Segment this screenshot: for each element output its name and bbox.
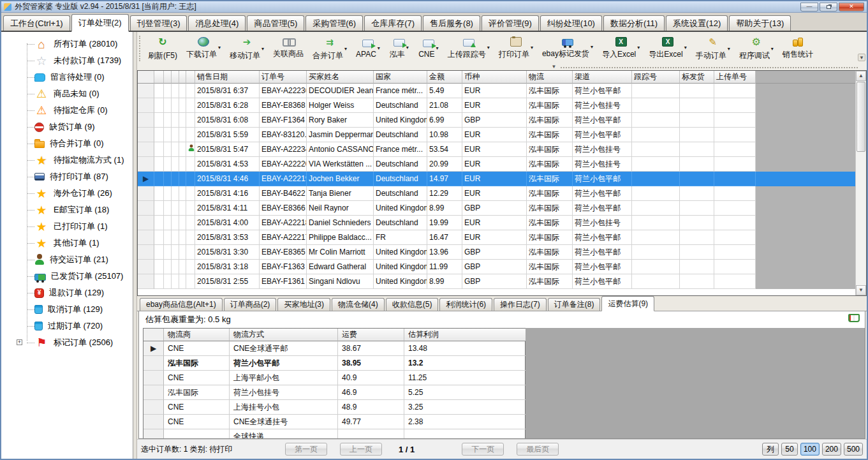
dropdown-arrow-icon[interactable]: ▾ (487, 45, 490, 50)
order-row[interactable]: 2015/8/31 3:53EBAY-A22217Philippe Baldac… (138, 230, 855, 245)
dropdown-arrow-icon[interactable]: ▾ (531, 45, 533, 50)
column-header[interactable]: 国家 (374, 71, 427, 84)
sidebar-item-orders-to-merge[interactable]: 待合并订单 (0) (1, 135, 133, 152)
column-header[interactable]: 金额 (427, 71, 462, 84)
dropdown-arrow-icon[interactable]: ▾ (728, 46, 730, 52)
detail-tab-order-goods[interactable]: 订单商品(2) (224, 298, 277, 311)
sidebar-item-other-orders[interactable]: ★其他订单 (1) (1, 235, 133, 251)
column-header[interactable]: 币种 (462, 71, 527, 84)
order-row[interactable]: 2015/8/31 6:08EBAY-F1364Rory BakerUnited… (138, 113, 855, 128)
sales-statistics-button[interactable]: 销售统计 (778, 34, 818, 63)
freight-column-header[interactable]: 物流方式 (230, 329, 338, 341)
column-header[interactable]: 买家姓名 (307, 71, 374, 84)
expand-plus-icon[interactable]: + (17, 339, 22, 345)
page-size-button-200[interactable]: 200 (822, 443, 841, 456)
sidebar-item-cancelled-orders[interactable]: 取消订单 (129) (1, 301, 133, 318)
sidebar-item-orders-to-print[interactable]: 待打印订单 (87) (1, 168, 133, 185)
dropdown-arrow-icon[interactable]: ▾ (436, 45, 439, 51)
tab-order-processing[interactable]: 订单处理(2) (71, 14, 129, 32)
column-header[interactable]: 物流 (527, 71, 573, 84)
upload-tracking-button[interactable]: 上传跟踪号▾ (443, 34, 494, 63)
dropdown-arrow-icon[interactable]: ▾ (261, 46, 264, 52)
tab-data-analysis[interactable]: 数据分析(11) (603, 15, 665, 31)
scrollbar-track[interactable] (856, 152, 866, 285)
sidebar-item-pending-messages[interactable]: 留言待处理 (0) (1, 69, 133, 85)
print-order-button[interactable]: 打印订单▾ (494, 34, 538, 63)
tab-system-settings[interactable]: 系统设置(12) (666, 15, 728, 31)
import-excel-button[interactable]: X导入Excel▾ (598, 34, 644, 63)
freight-row[interactable]: 泓丰国际荷兰小包平邮38.9513.2 (143, 356, 525, 371)
tab-help-about[interactable]: 帮助关于(13) (729, 15, 791, 31)
sidebar-item-unpaid-orders[interactable]: ☆未付款订单 (1739) (1, 52, 133, 69)
sidebar-item-refund-orders[interactable]: ¥退款订单 (129) (1, 285, 133, 301)
orders-grid-scrollbar[interactable]: ▲ ▼ (855, 71, 866, 295)
detail-tab-operation-log[interactable]: 操作日志(7) (494, 298, 547, 311)
export-excel-button[interactable]: X导出Excel▾ (644, 34, 691, 63)
download-orders-button[interactable]: 下载订单▾ (182, 34, 225, 63)
freight-row[interactable]: 全球快递 (143, 429, 525, 439)
detail-tab-buyer-address[interactable]: 买家地址(3) (277, 298, 330, 311)
move-order-button[interactable]: ➔移动订单▾ (225, 34, 268, 63)
dropdown-arrow-icon[interactable]: ▾ (344, 46, 347, 52)
tab-message-processing[interactable]: 消息处理(4) (188, 15, 246, 31)
detail-tab-payment-info[interactable]: 收款信息(5) (386, 298, 439, 311)
prev-page-button[interactable]: 上一页 (340, 443, 382, 456)
freight-row[interactable]: CNE上海平邮小包40.911.25 (143, 371, 525, 385)
merge-orders-button[interactable]: ⇉合并订单▾ (308, 34, 351, 63)
book-icon[interactable] (848, 314, 860, 322)
sidebar-item-all-orders[interactable]: ⌂所有订单 (28010) (1, 36, 133, 52)
refresh-button[interactable]: ↻刷新(F5) (143, 34, 182, 63)
sidebar-item-expired-orders[interactable]: 过期订单 (720) (1, 318, 133, 334)
page-size-button-500[interactable]: 500 (844, 443, 863, 456)
dropdown-arrow-icon[interactable]: ▾ (218, 45, 221, 50)
freight-row[interactable]: CNE上海挂号小包48.93.25 (143, 400, 525, 415)
sidebar-item-shipped-orders[interactable]: 已发货订单 (25107) (1, 268, 133, 285)
scroll-down-icon[interactable]: ▼ (856, 285, 866, 295)
column-header[interactable]: 渠道 (573, 71, 632, 84)
sidebar-item-overseas-warehouse-orders[interactable]: ★海外仓订单 (26) (1, 185, 133, 202)
detail-tab-order-remarks[interactable]: 订单备注(8) (548, 298, 601, 311)
scroll-up-icon[interactable]: ▲ (856, 71, 866, 81)
order-row[interactable]: 2015/8/31 4:00EBAY-A22218Daniel Schniede… (138, 216, 855, 230)
tab-warehouse-inventory[interactable]: 仓库库存(7) (364, 15, 422, 31)
sidebar-item-orders-to-dispatch[interactable]: 待交运订单 (21) (1, 251, 133, 268)
order-row[interactable]: ▶2015/8/31 4:46EBAY-A22219Jochen BekkerD… (138, 172, 855, 186)
restore-button[interactable] (820, 3, 837, 11)
tab-purchase-management[interactable]: 采购管理(6) (305, 15, 363, 31)
sidebar-item-out-of-stock-orders[interactable]: 缺货订单 (9) (1, 119, 133, 135)
next-page-button[interactable]: 下一页 (462, 443, 504, 456)
program-debug-button[interactable]: ⚙程序调试▾ (735, 34, 778, 63)
toolbar-overflow-icon[interactable]: ▼ (858, 54, 865, 61)
sidebar-item-printed-orders[interactable]: ★已打印订单 (1) (1, 218, 133, 235)
dropdown-arrow-icon[interactable]: ▾ (406, 45, 409, 50)
order-row[interactable]: 2015/8/31 4:11EBAY-E8366Neil RaynorUnite… (138, 201, 855, 216)
sidebar-item-epacket-orders[interactable]: ★E邮宝订单 (18) (1, 202, 133, 218)
tab-feedback-management[interactable]: 评价管理(9) (482, 15, 539, 31)
freight-column-header[interactable]: 物流商 (164, 329, 230, 341)
dropdown-arrow-icon[interactable]: ▾ (637, 45, 640, 50)
tab-after-sales[interactable]: 售后服务(8) (423, 15, 480, 31)
freight-row[interactable]: ▶CNECNE全球通平邮38.6713.48 (143, 341, 525, 356)
freight-column-header[interactable]: 估算利润 (404, 329, 526, 341)
page-size-button-50[interactable]: 50 (781, 443, 798, 456)
hongfeng-button[interactable]: 泓丰▾ (385, 34, 414, 63)
manual-order-button[interactable]: ✎手动订单▾ (691, 34, 735, 63)
sidebar-item-marked-orders[interactable]: +⚑标记订单 (2506) (1, 334, 133, 351)
sidebar-item-assign-logistics[interactable]: ★待指定物流方式 (1) (1, 152, 133, 168)
tab-dispute-processing[interactable]: 纠纷处理(10) (540, 15, 602, 31)
ebay-mark-shipped-button[interactable]: ebay标记发货▾ (538, 34, 598, 63)
dropdown-arrow-icon[interactable]: ▾ (771, 46, 774, 52)
link-goods-button[interactable]: 关联商品 (268, 34, 308, 63)
detail-tab-logistics-warehouse[interactable]: 物流仓储(4) (332, 298, 385, 311)
order-row[interactable]: 2015/8/31 6:28EBAY-E8368Holger WeissDeut… (138, 98, 855, 113)
detail-tab-freight-estimate[interactable]: 运费估算(9) (601, 296, 654, 311)
order-row[interactable]: 2015/8/31 6:37EBAY-A22236DECOUDIER Jean-… (138, 84, 855, 98)
freight-row[interactable]: 泓丰国际荷兰小包挂号46.95.25 (143, 385, 525, 400)
first-page-button[interactable]: 第一页 (285, 443, 327, 456)
order-row[interactable]: 2015/8/31 5:47EBAY-A22234Antonio CASSANO… (138, 142, 855, 157)
column-header[interactable]: 上传单号 (714, 71, 756, 84)
order-row[interactable]: 2015/8/31 3:18EBAY-F1363Edward GatheralU… (138, 260, 855, 274)
minimize-button[interactable]: — (800, 3, 818, 11)
dropdown-arrow-icon[interactable]: ▾ (591, 44, 593, 50)
scrollbar-thumb[interactable] (857, 82, 865, 152)
